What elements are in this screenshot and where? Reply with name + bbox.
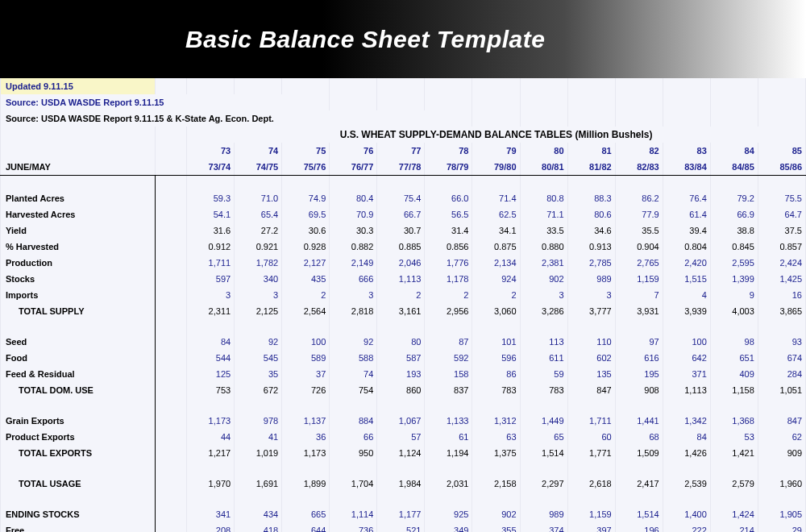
col-year-78: 78	[425, 143, 472, 159]
row-year-spans: JUNE/MAY73/7474/7575/7676/7777/7878/7979…	[1, 159, 806, 176]
cell-planted-5: 66.0	[425, 190, 472, 206]
source-1-cell: Source: USDA WASDE Report 9.11.15	[1, 94, 330, 110]
cell-product_exp-2: 36	[282, 429, 330, 445]
cell-production-12: 2,424	[758, 255, 805, 271]
cell-stocks-0: 597	[187, 271, 235, 287]
cell-food-5: 592	[425, 350, 472, 366]
label-product_exp: Product Exports	[1, 429, 156, 445]
col-span-75-76: 75/76	[282, 159, 330, 176]
cell-product_exp-8: 60	[567, 429, 615, 445]
row-years: 73747576777879808182838485	[1, 143, 806, 159]
col-year-77: 77	[377, 143, 425, 159]
cell-product_exp-1: 41	[235, 429, 282, 445]
cell-total_dom-4: 860	[377, 382, 425, 398]
label-stocks: Stocks	[1, 271, 156, 287]
cell-harvested-1: 65.4	[235, 206, 282, 222]
col-span-76-77: 76/77	[330, 159, 377, 176]
cell-total_supply-0: 2,311	[187, 303, 235, 319]
cell-ending-3: 1,114	[330, 506, 377, 522]
cell-imports-7: 3	[520, 287, 567, 303]
cell-feed-12: 284	[758, 366, 805, 382]
cell-pct_harv-3: 0.882	[330, 239, 377, 255]
cell-free-8: 397	[567, 522, 615, 532]
cell-feed-6: 86	[472, 366, 520, 382]
col-year-79: 79	[472, 143, 520, 159]
cell-planted-10: 76.4	[663, 190, 710, 206]
row-total_exp: TOTAL EXPORTS1,2171,0191,1739501,1241,19…	[1, 445, 806, 461]
cell-stocks-8: 989	[567, 271, 615, 287]
header-blank	[1, 143, 156, 159]
row-harvested: Harvested Acres54.165.469.570.966.756.56…	[1, 206, 806, 222]
cell-imports-11: 9	[710, 287, 758, 303]
cell-total_dom-12: 1,051	[758, 382, 805, 398]
row-stocks: Stocks5973404356661,1131,1789249029891,1…	[1, 271, 806, 287]
blank-row	[1, 176, 806, 191]
label-planted: Planted Acres	[1, 190, 156, 206]
cell-stocks-3: 666	[330, 271, 377, 287]
label-total_dom: TOTAL DOM. USE	[1, 382, 156, 398]
cell-imports-12: 16	[758, 287, 805, 303]
blank-row	[1, 319, 806, 334]
row-heading-cell: JUNE/MAY	[1, 159, 156, 176]
cell-product_exp-9: 68	[615, 429, 663, 445]
cell-harvested-7: 71.1	[520, 206, 567, 222]
cell-imports-0: 3	[187, 287, 235, 303]
cell-yield-10: 39.4	[663, 222, 710, 239]
cell-production-7: 2,381	[520, 255, 567, 271]
cell-harvested-9: 77.9	[615, 206, 663, 222]
cell-total_usage-3: 1,704	[330, 476, 377, 492]
cell-total_dom-11: 1,158	[710, 382, 758, 398]
cell-food-12: 674	[758, 350, 805, 366]
col-year-80: 80	[520, 143, 567, 159]
cell-total_supply-5: 2,956	[425, 303, 472, 319]
cell-total_dom-3: 754	[330, 382, 377, 398]
cell-total_usage-2: 1,899	[282, 476, 330, 492]
cell-free-12: 29	[758, 522, 805, 532]
cell-stocks-5: 1,178	[425, 271, 472, 287]
cell-ending-11: 1,424	[710, 506, 758, 522]
cell-product_exp-7: 65	[520, 429, 567, 445]
cell-harvested-11: 66.9	[710, 206, 758, 222]
cell-feed-1: 35	[235, 366, 282, 382]
cell-product_exp-12: 62	[758, 429, 805, 445]
cell-planted-11: 79.2	[710, 190, 758, 206]
cell-production-6: 2,134	[472, 255, 520, 271]
cell-food-11: 651	[710, 350, 758, 366]
cell-stocks-4: 1,113	[377, 271, 425, 287]
label-yield: Yield	[1, 222, 156, 239]
cell-seed-8: 110	[567, 334, 615, 350]
row-production: Production1,7111,7822,1272,1492,0461,776…	[1, 255, 806, 271]
cell-total_exp-2: 1,173	[282, 445, 330, 461]
cell-total_supply-3: 2,818	[330, 303, 377, 319]
cell-total_exp-9: 1,509	[615, 445, 663, 461]
cell-total_dom-0: 753	[187, 382, 235, 398]
label-feed: Feed & Residual	[1, 366, 156, 382]
cell-imports-3: 3	[330, 287, 377, 303]
cell-imports-6: 2	[472, 287, 520, 303]
blank-row	[1, 461, 806, 476]
row-total_dom: TOTAL DOM. USE75367272675486083778378384…	[1, 382, 806, 398]
cell-seed-1: 92	[235, 334, 282, 350]
cell-pct_harv-2: 0.928	[282, 239, 330, 255]
cell-pct_harv-10: 0.804	[663, 239, 710, 255]
cell-stocks-9: 1,159	[615, 271, 663, 287]
cell-pct_harv-9: 0.904	[615, 239, 663, 255]
col-span-78-79: 78/79	[425, 159, 472, 176]
cell-yield-2: 30.6	[282, 222, 330, 239]
cell-grain_exp-8: 1,711	[567, 413, 615, 429]
cell-harvested-12: 64.7	[758, 206, 805, 222]
source-2-cell: Source: USDA WASDE Report 9.11.15 & K-St…	[1, 110, 472, 127]
cell-total_exp-3: 950	[330, 445, 377, 461]
label-food: Food	[1, 350, 156, 366]
cell-total_exp-4: 1,124	[377, 445, 425, 461]
cell-seed-11: 98	[710, 334, 758, 350]
cell-grain_exp-4: 1,067	[377, 413, 425, 429]
blank-row	[1, 398, 806, 413]
row-source-2: Source: USDA WASDE Report 9.11.15 & K-St…	[1, 110, 806, 127]
cell-yield-6: 34.1	[472, 222, 520, 239]
cell-feed-3: 74	[330, 366, 377, 382]
col-span-77-78: 77/78	[377, 159, 425, 176]
cell-seed-7: 113	[520, 334, 567, 350]
cell-planted-2: 74.9	[282, 190, 330, 206]
cell-total_usage-8: 2,618	[567, 476, 615, 492]
